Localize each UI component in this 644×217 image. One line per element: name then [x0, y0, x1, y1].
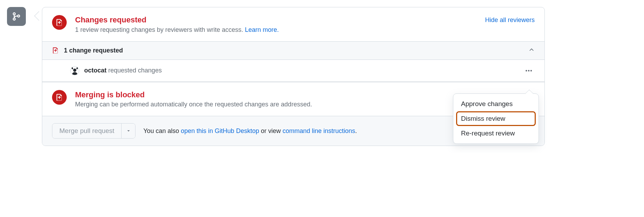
- diff-file-icon: [52, 15, 67, 30]
- diff-file-mini-icon: [52, 47, 59, 54]
- changes-requested-section: Changes requested 1 review requesting ch…: [42, 7, 544, 41]
- hide-reviewers-link[interactable]: Hide all reviewers: [485, 16, 535, 24]
- avatar[interactable]: [70, 66, 79, 75]
- dismiss-review-item[interactable]: Dismiss review: [456, 111, 536, 126]
- git-branch-icon: [11, 11, 22, 22]
- timeline-connector: [26, 7, 42, 26]
- open-in-desktop-link[interactable]: open this in GitHub Desktop: [181, 127, 259, 134]
- changes-requested-title: Changes requested: [75, 15, 477, 25]
- review-actions-dropdown: Approve changes Dismiss review Re-reques…: [453, 93, 539, 144]
- merge-pr-button[interactable]: Merge pull request: [52, 124, 121, 138]
- svg-point-2: [17, 15, 20, 17]
- re-request-review-item[interactable]: Re-request review: [456, 126, 536, 141]
- changes-summary-row[interactable]: 1 change requested: [42, 41, 544, 59]
- cli-instructions-link[interactable]: command line instructions: [283, 127, 355, 134]
- kebab-icon: [525, 67, 533, 75]
- pr-merge-timeline: Changes requested 1 review requesting ch…: [7, 7, 545, 146]
- merge-footer-text: You can also open this in GitHub Desktop…: [143, 127, 357, 135]
- caret-down-icon: [126, 128, 131, 133]
- svg-point-0: [13, 13, 15, 15]
- svg-point-1: [13, 18, 15, 20]
- changes-requested-desc: 1 review requesting changes by reviewers…: [75, 26, 477, 34]
- merge-options-caret[interactable]: [121, 124, 135, 138]
- approve-changes-item[interactable]: Approve changes: [456, 97, 536, 111]
- chevron-up-icon: [528, 47, 535, 55]
- merge-status-panel: Changes requested 1 review requesting ch…: [42, 7, 545, 146]
- svg-point-4: [528, 70, 529, 71]
- reviewer-row: octocat requested changes: [42, 59, 544, 82]
- merge-button-group: Merge pull request: [52, 123, 136, 139]
- review-actions-menu-button[interactable]: [523, 65, 535, 77]
- reviewer-action: requested changes: [108, 67, 162, 74]
- svg-point-3: [526, 70, 527, 71]
- svg-point-5: [530, 70, 532, 71]
- git-branch-badge: [7, 7, 26, 26]
- diff-file-icon: [52, 90, 67, 105]
- reviewer-name[interactable]: octocat: [84, 67, 107, 74]
- learn-more-link[interactable]: Learn more.: [245, 26, 279, 33]
- changes-summary-label: 1 change requested: [64, 47, 123, 54]
